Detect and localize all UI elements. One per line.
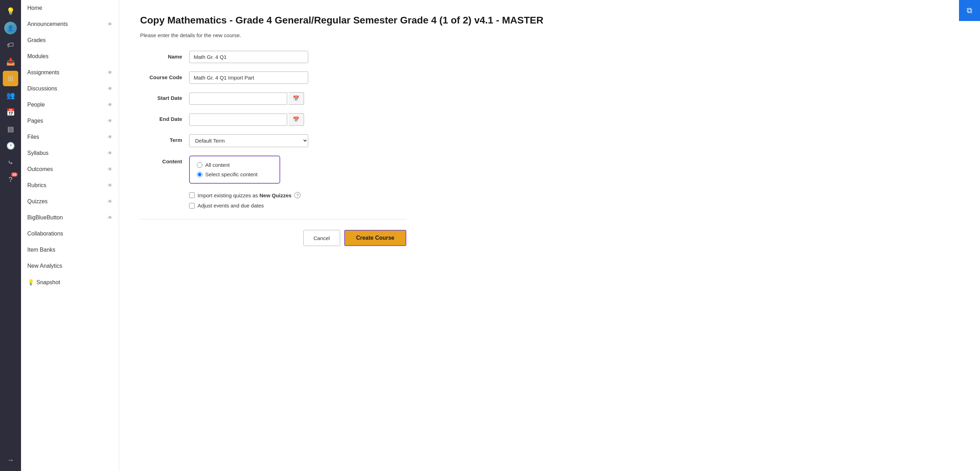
footer-actions: Cancel Create Course [140, 230, 406, 260]
eye-icon-quizzes[interactable]: 👁 [108, 199, 113, 204]
sidebar-label-snapshot: Snapshot [37, 279, 60, 286]
sidebar-label-rubrics: Rubrics [27, 182, 46, 188]
icon-rail: 💡 👤 🏷 📥 ⊞ 👥 📅 ▤ 🕐 ⤷ ? 10 → [0, 0, 21, 471]
sidebar-label-item-banks: Item Banks [27, 247, 55, 253]
sidebar-label-new-analytics: New Analytics [27, 263, 62, 269]
all-content-option[interactable]: All content [197, 162, 272, 168]
adjust-dates-row: Adjust events and due dates [189, 203, 406, 209]
sidebar-item-home[interactable]: Home [21, 0, 119, 16]
course-code-input-wrap [189, 72, 406, 84]
start-date-calendar-button[interactable]: 📅 [289, 92, 304, 105]
eye-icon-syllabus[interactable]: 👁 [108, 150, 113, 156]
sidebar-label-pages: Pages [27, 118, 43, 124]
import-quizzes-checkbox[interactable] [189, 192, 195, 198]
sidebar-label-outcomes: Outcomes [27, 166, 53, 172]
sidebar-item-files[interactable]: Files 👁 [21, 129, 119, 145]
sidebar-label-home: Home [27, 5, 42, 11]
arrow-nav-icon[interactable]: ⤷ [3, 155, 18, 170]
sidebar-item-item-banks[interactable]: Item Banks [21, 242, 119, 258]
sidebar-label-modules: Modules [27, 53, 48, 59]
course-code-label: Course Code [140, 72, 189, 80]
sidebar-item-discussions[interactable]: Discussions 👁 [21, 81, 119, 97]
courses-nav-icon[interactable]: ⊞ [3, 71, 18, 86]
avatar-nav[interactable]: 👤 [3, 20, 18, 36]
all-content-radio[interactable] [197, 162, 202, 168]
inbox-nav-icon[interactable]: 📥 [3, 54, 18, 69]
name-row: Name [140, 51, 406, 63]
cancel-button[interactable]: Cancel [303, 230, 340, 246]
help-nav-icon[interactable]: ? 10 [3, 172, 18, 187]
eye-icon-rubrics[interactable]: 👁 [108, 183, 113, 188]
page-title: Copy Mathematics - Grade 4 General/Regul… [140, 14, 959, 27]
adjust-dates-label: Adjust events and due dates [197, 203, 264, 209]
sidebar-label-bigbluebutton: BigBlueButton [27, 214, 63, 221]
history-nav-icon[interactable]: 🕐 [3, 138, 18, 153]
top-right-icon[interactable]: ⧉ [959, 0, 980, 21]
content-options-wrap: All content Select specific content [189, 156, 406, 184]
adjust-dates-checkbox[interactable] [189, 203, 195, 209]
import-quizzes-text: Import existing quizzes as New Quizzes [197, 192, 291, 198]
lightbulb-nav-icon[interactable]: 💡 [3, 3, 18, 19]
course-sidebar: Home Announcements 👁 Grades Modules Assi… [21, 0, 119, 471]
sidebar-item-bigbluebutton[interactable]: BigBlueButton 👁 [21, 209, 119, 226]
name-label: Name [140, 51, 189, 59]
sidebar-item-people[interactable]: People 👁 [21, 97, 119, 113]
start-date-control: 📅 [189, 92, 406, 105]
end-date-calendar-button[interactable]: 📅 [289, 113, 304, 126]
term-select-wrap: Default Term [189, 134, 406, 147]
end-date-label: End Date [140, 113, 189, 122]
start-date-input[interactable] [189, 93, 287, 105]
sidebar-item-modules[interactable]: Modules [21, 48, 119, 64]
start-date-row: Start Date 📅 [140, 92, 406, 105]
sidebar-item-assignments[interactable]: Assignments 👁 [21, 64, 119, 81]
term-label: Term [140, 134, 189, 143]
course-code-input[interactable] [189, 72, 308, 84]
sidebar-label-quizzes: Quizzes [27, 198, 48, 205]
term-select[interactable]: Default Term [189, 134, 308, 147]
content-row: Content All content Select specific cont… [140, 156, 406, 184]
eye-icon-discussions[interactable]: 👁 [108, 86, 113, 91]
sidebar-item-snapshot[interactable]: 💡 Snapshot [21, 274, 119, 291]
sidebar-label-files: Files [27, 134, 39, 140]
sidebar-label-announcements: Announcements [27, 21, 68, 27]
eye-icon-bigbluebutton[interactable]: 👁 [108, 215, 113, 220]
name-input-wrap [189, 51, 406, 63]
import-quizzes-help-icon[interactable]: ? [294, 192, 301, 198]
sidebar-label-discussions: Discussions [27, 86, 57, 92]
sidebar-item-collaborations[interactable]: Collaborations [21, 226, 119, 242]
eye-icon-assignments[interactable]: 👁 [108, 70, 113, 75]
sidebar-item-syllabus[interactable]: Syllabus 👁 [21, 145, 119, 161]
sidebar-item-rubrics[interactable]: Rubrics 👁 [21, 177, 119, 193]
bulb-icon: 💡 [27, 279, 34, 286]
eye-icon-pages[interactable]: 👁 [108, 118, 113, 124]
sidebar-label-assignments: Assignments [27, 69, 60, 76]
eye-icon-outcomes[interactable]: 👁 [108, 166, 113, 172]
user-avatar[interactable]: 👤 [4, 22, 17, 34]
main-content: Copy Mathematics - Grade 4 General/Regul… [119, 0, 980, 471]
people-nav-icon[interactable]: 👥 [3, 88, 18, 103]
specific-content-option[interactable]: Select specific content [197, 171, 272, 177]
sidebar-item-announcements[interactable]: Announcements 👁 [21, 16, 119, 32]
sidebar-item-pages[interactable]: Pages 👁 [21, 113, 119, 129]
help-badge: 10 [11, 172, 18, 177]
create-course-button[interactable]: Create Course [344, 230, 406, 246]
end-date-input[interactable] [189, 113, 287, 126]
page-subtitle: Please enter the details for the new cou… [140, 32, 959, 38]
name-input[interactable] [189, 51, 308, 63]
import-quizzes-row: Import existing quizzes as New Quizzes ? [189, 192, 406, 198]
specific-content-radio[interactable] [197, 172, 202, 177]
calendar-nav-icon[interactable]: 📅 [3, 104, 18, 120]
eye-icon-people[interactable]: 👁 [108, 102, 113, 108]
sidebar-item-grades[interactable]: Grades [21, 32, 119, 48]
sidebar-item-new-analytics[interactable]: New Analytics [21, 258, 119, 274]
specific-content-label: Select specific content [205, 171, 258, 177]
eye-icon-files[interactable]: 👁 [108, 134, 113, 140]
dashboard-nav-icon[interactable]: ▤ [3, 121, 18, 137]
sidebar-label-grades: Grades [27, 37, 46, 43]
eye-icon-announcements[interactable]: 👁 [108, 21, 113, 27]
sidebar-item-outcomes[interactable]: Outcomes 👁 [21, 161, 119, 177]
collapse-nav-icon[interactable]: → [3, 452, 18, 468]
badge-nav-icon[interactable]: 🏷 [3, 37, 18, 53]
sidebar-item-quizzes[interactable]: Quizzes 👁 [21, 193, 119, 209]
sidebar-label-syllabus: Syllabus [27, 150, 48, 156]
